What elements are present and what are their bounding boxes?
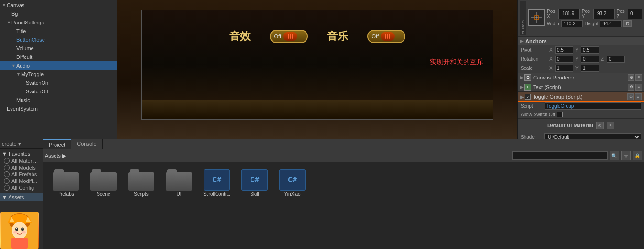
tab-console[interactable]: Console bbox=[71, 139, 102, 149]
search-input[interactable] bbox=[512, 151, 608, 160]
rot-y-input[interactable] bbox=[581, 56, 599, 63]
scale-row: Scale X Y bbox=[518, 64, 644, 73]
asset-item-scrollcontr[interactable]: C#ScrollContr... bbox=[199, 167, 235, 199]
text-script-settings-btn[interactable]: ⚙ bbox=[628, 84, 634, 91]
rot-x-input[interactable] bbox=[555, 56, 573, 63]
asset-item-scene[interactable]: Scene bbox=[86, 167, 121, 199]
create-button[interactable]: create ▾ bbox=[0, 140, 43, 147]
breadcrumb-text: Assets ▶ bbox=[45, 153, 66, 159]
toggle-group-settings-btn[interactable]: ⚙ bbox=[627, 93, 634, 100]
filter-btn[interactable]: ☆ bbox=[621, 151, 631, 160]
hierarchy-label-switchon: SwitchOn bbox=[26, 80, 48, 86]
hierarchy-item-music[interactable]: Music bbox=[0, 96, 117, 104]
height-input[interactable] bbox=[600, 20, 622, 27]
script-label: Script bbox=[521, 103, 545, 109]
svg-point-16 bbox=[13, 231, 17, 234]
rot-y-axis: Y bbox=[575, 57, 580, 62]
svg-point-10 bbox=[22, 228, 23, 229]
canvas-renderer-icon: ⊙ bbox=[524, 74, 531, 81]
toggle-btn-2[interactable]: Off bbox=[367, 30, 405, 43]
text-script-menu-btn[interactable]: ≡ bbox=[635, 84, 642, 91]
hierarchy-item-canvas[interactable]: ▼Canvas bbox=[0, 1, 117, 10]
r-button[interactable]: R bbox=[623, 20, 632, 27]
pos-x-input[interactable] bbox=[558, 9, 580, 19]
asset-item-yinxiao[interactable]: C#YinXiao bbox=[274, 167, 310, 199]
hierarchy-item-title[interactable]: Title bbox=[0, 27, 117, 35]
folder-icon-ui bbox=[166, 169, 192, 191]
favorites-item-3[interactable]: All Modifi... bbox=[0, 178, 43, 184]
toggle-btn-1[interactable]: Off bbox=[270, 30, 308, 43]
rot-x-axis: X bbox=[549, 57, 554, 62]
hierarchy-item-bg[interactable]: Bg bbox=[0, 10, 117, 18]
hierarchy-item-eventsystem[interactable]: EventSystem bbox=[0, 104, 117, 113]
hierarchy-panel: ▼CanvasBg▼PanelSettingsTitleButtonCloseV… bbox=[0, 0, 117, 139]
asset-item-prefabs[interactable]: Prefabs bbox=[48, 167, 84, 199]
hierarchy-item-diffcult[interactable]: Diffcult bbox=[0, 53, 117, 61]
assets-top-bar: Assets ▶ 🔍 ☆ 🔒 bbox=[43, 149, 644, 162]
folder-icon-scene bbox=[90, 169, 117, 191]
fav-label-4: All Config bbox=[11, 185, 34, 191]
fav-circle-0 bbox=[4, 158, 10, 164]
text-script-header[interactable]: ▶ T Text (Script) ⚙ ≡ bbox=[518, 82, 644, 92]
hierarchy-item-volume[interactable]: Volume bbox=[0, 44, 117, 53]
scale-x-axis: X bbox=[549, 66, 554, 71]
script-value-field[interactable]: ToggleGroup bbox=[545, 102, 641, 110]
hierarchy-item-audio[interactable]: ▼Audio bbox=[0, 61, 117, 70]
allow-switch-off-checkbox[interactable] bbox=[557, 112, 563, 117]
pos-z-input[interactable] bbox=[628, 9, 642, 19]
fav-label-3: All Modifi... bbox=[11, 178, 37, 184]
hierarchy-item-panelsettings[interactable]: ▼PanelSettings bbox=[0, 18, 117, 27]
assets-content: PrefabsSceneScriptsUIC#ScrollContr...C#S… bbox=[43, 162, 644, 249]
pivot-row: Pivot X Y bbox=[518, 45, 644, 55]
favorites-item-4[interactable]: All Config bbox=[0, 184, 43, 191]
asset-item-scripts[interactable]: Scripts bbox=[123, 167, 159, 199]
hierarchy-item-mytoggle[interactable]: ▼MyToggle bbox=[0, 70, 117, 79]
toggle-group-checkbox[interactable]: ✓ bbox=[525, 94, 531, 100]
canvas-renderer-menu-btn[interactable]: ≡ bbox=[635, 74, 642, 81]
scale-label: Scale bbox=[521, 66, 549, 71]
toggle-group-menu-btn[interactable]: ≡ bbox=[635, 93, 642, 100]
create-label: create ▾ bbox=[2, 141, 21, 147]
favorites-header[interactable]: ▼ Favorites bbox=[0, 150, 43, 158]
shader-label: Shader bbox=[521, 135, 542, 139]
scale-x-input[interactable] bbox=[555, 65, 573, 72]
pos-y-input[interactable] bbox=[593, 9, 615, 19]
asset-label-scripts: Scripts bbox=[134, 192, 149, 197]
width-input[interactable] bbox=[561, 20, 583, 27]
lock-btn[interactable]: 🔒 bbox=[633, 151, 642, 160]
assets-label[interactable]: ▼ Assets bbox=[0, 193, 43, 201]
shader-row: Shader UI/Default bbox=[518, 132, 644, 139]
scale-y-input[interactable] bbox=[581, 65, 599, 72]
toggle-group-arrow: ▶ bbox=[520, 94, 524, 100]
hierarchy-item-buttonclose[interactable]: ButtonClose bbox=[0, 35, 117, 44]
hierarchy-label-volume: Volume bbox=[16, 45, 34, 51]
folder-icon-scripts bbox=[128, 169, 154, 191]
pivot-y-input[interactable] bbox=[581, 46, 599, 54]
canvas-renderer-settings-btn[interactable]: ⚙ bbox=[628, 74, 634, 81]
favorites-item-1[interactable]: All Models bbox=[0, 164, 43, 171]
asset-item-skill[interactable]: C#Skill bbox=[237, 167, 273, 199]
asset-item-ui[interactable]: UI bbox=[161, 167, 197, 199]
material-menu-btn[interactable]: ≡ bbox=[607, 122, 614, 129]
material-select-btn[interactable]: ◎ bbox=[596, 122, 604, 129]
svg-rect-15 bbox=[11, 238, 28, 249]
allow-switch-off-label: Allow Switch Off bbox=[521, 112, 555, 117]
favorites-item-0[interactable]: All Materi... bbox=[0, 158, 43, 164]
shader-select[interactable]: UI/Default bbox=[544, 133, 641, 139]
hierarchy-label-canvas: Canvas bbox=[7, 2, 24, 8]
asset-label-scrollcontr: ScrollContr... bbox=[203, 192, 230, 197]
tab-project[interactable]: Project bbox=[43, 139, 71, 149]
favorites-item-2[interactable]: All Prefabs bbox=[0, 171, 43, 178]
asset-label-ui: UI bbox=[177, 192, 182, 197]
hierarchy-item-switchoff[interactable]: SwitchOff bbox=[0, 87, 117, 96]
search-icon-btn[interactable]: 🔍 bbox=[610, 151, 619, 160]
pivot-x-input[interactable] bbox=[555, 46, 573, 54]
hierarchy-item-switchon[interactable]: SwitchOn bbox=[0, 79, 117, 87]
canvas-renderer-header[interactable]: ▶ ⊙ Canvas Renderer ⚙ ≡ bbox=[518, 73, 644, 82]
hierarchy-label-panelsettings: PanelSettings bbox=[11, 20, 44, 25]
anchor-preset-container[interactable] bbox=[528, 9, 545, 26]
toggle-group-header[interactable]: ▶ ✓ Toggle Group (Script) ⚙ ≡ bbox=[518, 92, 644, 102]
anchors-section-header[interactable]: ▶ Anchors bbox=[518, 37, 644, 45]
text-script-arrow: ▶ bbox=[520, 84, 524, 90]
rot-z-input[interactable] bbox=[607, 56, 625, 63]
